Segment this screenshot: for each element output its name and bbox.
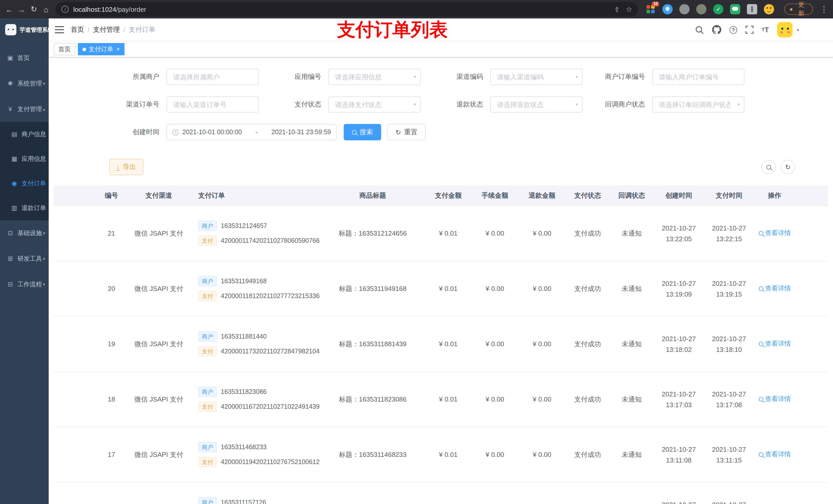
pay-status-cell: 支付成功 <box>566 229 610 238</box>
merchant-select[interactable] <box>166 69 259 85</box>
filter-label-refund-status: 退款状态 <box>433 100 490 109</box>
sidebar-item-payment[interactable]: ¥支付管理▴ <box>0 96 49 122</box>
font-size-icon[interactable]: TT <box>762 26 769 34</box>
channel-code-select[interactable] <box>490 69 582 85</box>
extension-check-icon[interactable]: ✓ <box>713 4 723 14</box>
search-button[interactable]: 搜索 <box>344 124 381 140</box>
notify-status-select[interactable] <box>652 96 744 113</box>
sidebar-item-refund-order[interactable]: ▥退款订单 <box>0 196 49 220</box>
tab-pay-order[interactable]: 支付订单× <box>78 43 124 55</box>
column-header-status: 支付状态 <box>566 191 610 200</box>
breadcrumb-home[interactable]: 首页 <box>71 25 84 34</box>
create-time-range-picker[interactable]: 2021-10-01 00:00:00 - 2021-10-31 23:59:5… <box>166 124 337 140</box>
home-icon[interactable]: ⌂ <box>40 3 52 15</box>
action-cell: 查看详情 <box>754 284 795 293</box>
browser-profile-avatar[interactable] <box>764 4 774 14</box>
extension-olive-icon[interactable] <box>696 4 707 14</box>
refresh-icon: ↻ <box>396 129 401 136</box>
forward-icon[interactable]: → <box>15 3 28 15</box>
view-detail-link[interactable]: 查看详情 <box>759 450 791 459</box>
range-separator: - <box>245 128 268 136</box>
sidebar-item-devtools[interactable]: ⊞研发工具▾ <box>0 246 49 271</box>
browser-menu-icon[interactable]: ⋮ <box>820 5 828 14</box>
refund-amount-cell: ¥ 0.00 <box>519 285 566 292</box>
tab-home[interactable]: 首页 <box>54 43 75 55</box>
order-id-cell: 21 <box>97 230 125 237</box>
back-icon[interactable]: ← <box>3 3 15 15</box>
table-row: 16 微信 JSAPI 支付 商户1635311157126 支付4200001… <box>54 482 828 504</box>
channel-pay-no: 4200001181202110277723215336 <box>221 292 320 299</box>
fee-amount-cell: ¥ 0.00 <box>471 340 519 348</box>
view-detail-link[interactable]: 查看详情 <box>759 284 791 293</box>
toggle-search-button[interactable] <box>761 160 776 174</box>
sidebar-item-home[interactable]: ▣首页 <box>0 45 49 71</box>
bookmark-star-icon[interactable]: ☆ <box>626 5 632 13</box>
action-cell: 查看详情 <box>754 395 795 404</box>
reset-button[interactable]: ↻重置 <box>387 124 426 140</box>
extension-colorful-icon[interactable]: 10 <box>645 4 656 14</box>
search-icon[interactable] <box>695 25 704 34</box>
address-bar[interactable]: i localhost:1024/pay/order ⇧ ☆ <box>55 2 638 16</box>
refresh-table-button[interactable]: ↻ <box>781 160 795 174</box>
extension-blue-icon[interactable] <box>662 4 673 14</box>
pay-status-select[interactable] <box>328 96 421 113</box>
table-tools: ↻ <box>761 160 795 174</box>
pay-amount-cell: ¥ 0.01 <box>425 451 471 458</box>
channel-pay-no: 4200001167202110271022491439 <box>221 403 320 410</box>
order-id-cell: 17 <box>97 451 125 458</box>
sidebar-item-infra[interactable]: ⊡基础设施▾ <box>0 220 49 246</box>
close-icon[interactable]: × <box>116 46 120 52</box>
extension-gray-icon[interactable] <box>679 4 690 14</box>
view-detail-link[interactable]: 查看详情 <box>759 395 791 404</box>
refund-status-select[interactable] <box>490 96 582 113</box>
view-detail-link[interactable]: 查看详情 <box>759 340 791 348</box>
pay-tag: 支付 <box>198 346 217 357</box>
payment-submenu: ▤商户信息 ▦应用信息 ◉支付订单 ▥退款订单 <box>0 122 49 220</box>
pay-channel-cell: 微信 JSAPI 支付 <box>125 394 192 404</box>
notify-status-cell: 未通知 <box>610 284 654 293</box>
sidebar-item-app-info[interactable]: ▦应用信息 <box>0 146 49 171</box>
merchant-order-no: 1635311468233 <box>221 443 267 451</box>
chevron-down-icon: ▾ <box>43 282 45 287</box>
app-logo[interactable]: 芋道管理系统 <box>0 19 49 41</box>
app-title: 芋道管理系统 <box>20 26 53 33</box>
app-select[interactable] <box>328 69 421 85</box>
chevron-down-icon[interactable]: ▾ <box>796 27 799 32</box>
site-info-icon[interactable]: i <box>62 6 69 13</box>
document-icon: ▥ <box>11 205 18 212</box>
pay-amount-cell: ¥ 0.01 <box>425 285 471 292</box>
browser-update-button[interactable]: 更新 <box>784 4 813 15</box>
notify-status-cell: 未通知 <box>610 339 654 349</box>
action-cell: 查看详情 <box>754 340 795 348</box>
grid-icon: ▦ <box>11 155 18 162</box>
fullscreen-icon[interactable] <box>745 26 754 34</box>
pay-status-cell: 支付成功 <box>566 339 610 349</box>
export-button[interactable]: ↓导出 <box>109 159 143 175</box>
extensions-pin-icon[interactable] <box>747 4 757 14</box>
refresh-icon[interactable]: ↻ <box>28 3 40 15</box>
merchant-order-no-input[interactable] <box>652 69 744 85</box>
view-detail-link[interactable]: 查看详情 <box>759 229 791 238</box>
sidebar-item-system[interactable]: ✱系统管理▾ <box>0 71 49 96</box>
share-icon[interactable]: ⇧ <box>614 5 620 13</box>
monitor-icon: ⊡ <box>7 230 14 237</box>
sidebar-item-pay-order[interactable]: ◉支付订单 <box>0 171 49 196</box>
column-header-fee: 手续金额 <box>471 191 519 200</box>
sidebar-menu: ▣首页 ✱系统管理▾ ¥支付管理▴ ▤商户信息 ▦应用信息 ◉支付订单 ▥退款订… <box>0 41 49 297</box>
merchant-order-no: 1635311823086 <box>221 388 267 395</box>
table-row: 17 微信 JSAPI 支付 商户1635311468233 支付4200001… <box>54 427 828 482</box>
sidebar-item-merchant-info[interactable]: ▤商户信息 <box>0 122 49 146</box>
extension-badge: 10 <box>652 2 660 7</box>
sidebar-collapse-icon[interactable] <box>55 26 64 33</box>
create-time-cell: 2021-10-2713:17:03 <box>654 388 704 410</box>
breadcrumb-payment[interactable]: 支付管理 <box>93 25 120 34</box>
user-avatar[interactable] <box>777 22 792 38</box>
channel-order-no-input[interactable] <box>166 96 259 113</box>
sidebar-item-workflow[interactable]: ⊟工作流程▾ <box>0 271 49 297</box>
help-icon[interactable]: ? <box>730 26 737 33</box>
chevron-down-icon: ▾ <box>43 231 45 235</box>
github-icon[interactable] <box>712 25 721 34</box>
pay-status-cell: 支付成功 <box>566 394 610 404</box>
extension-chat-icon[interactable] <box>730 4 740 14</box>
fee-amount-cell: ¥ 0.00 <box>471 285 519 292</box>
